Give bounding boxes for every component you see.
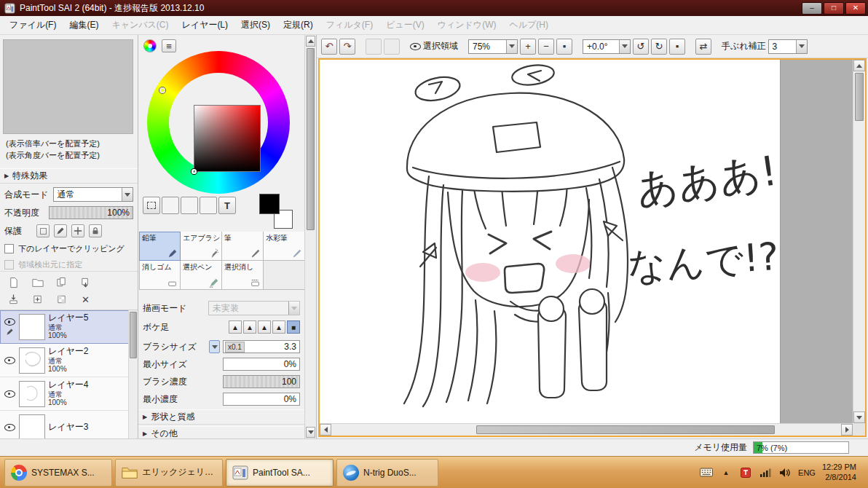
layer-list-scrollbar[interactable] (128, 310, 138, 438)
tool-pencil[interactable]: 鉛筆 (139, 232, 181, 261)
canvas-vertical-scrollbar[interactable] (853, 60, 865, 423)
min-size-slider[interactable]: 0% (223, 358, 300, 371)
scroll-left-button[interactable] (320, 424, 331, 436)
hidden-icons-chevron[interactable]: ▲ (719, 466, 733, 479)
tool-slot-empty-3[interactable] (200, 197, 217, 214)
minimize-button[interactable]: – (802, 2, 822, 15)
menu-file[interactable]: ファイル(F) (3, 16, 63, 34)
zoom-out-button[interactable]: − (538, 39, 554, 55)
menu-ruler[interactable]: 定規(R) (277, 16, 320, 34)
edge-shape-1[interactable]: ▲ (229, 320, 242, 334)
rotation-select[interactable]: +0.0° (583, 39, 631, 54)
tool-selection-pen[interactable]: 選択ペン (181, 261, 222, 290)
tool-airbrush[interactable]: エアブラシ (181, 232, 222, 261)
network-signal-icon[interactable] (759, 466, 772, 479)
scroll-right-button[interactable] (841, 424, 853, 436)
clear-layer-button[interactable] (52, 291, 71, 307)
merge-down-button[interactable] (4, 291, 23, 307)
redo-button[interactable]: ↷ (339, 39, 355, 55)
panel-menu-button[interactable]: ≡ (162, 39, 176, 52)
saturation-value-square[interactable] (194, 105, 261, 172)
rotate-reset-button[interactable]: ▪ (669, 39, 685, 55)
blend-mode-select[interactable]: 通常 (53, 187, 133, 202)
selection-visibility-icon[interactable] (410, 42, 421, 51)
language-indicator[interactable]: ENG (798, 468, 816, 477)
section-shape-texture[interactable]: ▶ 形状と質感 (138, 409, 304, 425)
edge-shape-2[interactable]: ▲ (243, 320, 256, 334)
scrollbar-thumb[interactable] (855, 73, 864, 121)
marquee-tool-button[interactable] (143, 197, 160, 214)
scroll-up-button[interactable] (853, 60, 865, 71)
brush-density-slider[interactable]: 100 (223, 375, 300, 388)
stabilizer-select[interactable]: 3 (768, 39, 808, 54)
rotate-cw-button[interactable]: ↻ (651, 39, 667, 55)
layer-item-4[interactable]: レイヤー4 通常 100% (0, 377, 138, 411)
delete-layer-button[interactable]: ✕ (76, 291, 95, 307)
tool-slot-empty-2[interactable] (181, 197, 198, 214)
close-button[interactable]: ✕ (845, 2, 866, 15)
scroll-down-button[interactable] (306, 427, 315, 438)
layer-item-5[interactable]: レイヤー5 通常 100% (0, 310, 138, 344)
flip-horizontal-button[interactable]: ⇄ (695, 39, 711, 55)
new-folder-button[interactable] (28, 275, 47, 291)
menu-layer[interactable]: レイヤー(L) (175, 16, 235, 34)
tool-slot-empty-1[interactable] (162, 197, 179, 214)
scrollbar-thumb[interactable] (476, 425, 775, 434)
edge-shape-3[interactable]: ▲ (258, 320, 271, 334)
opacity-slider[interactable]: 100% (49, 206, 133, 219)
scrollbar-thumb[interactable] (130, 312, 137, 358)
tool-eraser[interactable]: 消しゴム (139, 261, 181, 290)
protect-lock-button[interactable] (89, 224, 102, 237)
tray-app-icon[interactable] (739, 466, 752, 479)
layer-item-2[interactable]: レイヤー2 通常 100% (0, 344, 138, 377)
taskbar-item-folder[interactable]: エリックジェリクト (115, 459, 223, 487)
layer-visibility-icon[interactable] (4, 356, 15, 365)
undo-button[interactable]: ↶ (321, 39, 337, 55)
tool-watercolor[interactable]: 水彩筆 (264, 232, 305, 261)
foreground-color-swatch[interactable] (259, 194, 280, 214)
tool-slot-empty[interactable] (264, 261, 305, 290)
layer-visibility-icon[interactable] (4, 423, 15, 432)
scrollbar-thumb[interactable] (307, 48, 315, 230)
taskbar-item-ntrig[interactable]: N-trig DuoS... (336, 459, 438, 487)
touch-keyboard-icon[interactable] (700, 466, 713, 479)
edge-shape-4[interactable]: ▲ (272, 320, 285, 334)
section-special-effects[interactable]: ▶ 特殊効果 (0, 168, 138, 184)
layer-visibility-icon[interactable] (4, 390, 15, 398)
tool-selection-eraser[interactable]: 選択消し (222, 261, 264, 290)
layer-item-3[interactable]: レイヤー3 (0, 411, 138, 438)
clipping-checkbox[interactable] (4, 244, 14, 253)
taskbar-item-painttool-sai[interactable]: PaintTool SA... (226, 459, 334, 487)
tool-panel-scrollbar[interactable] (304, 35, 316, 438)
canvas-paper[interactable]: あああ! なんで!? (320, 60, 781, 425)
scroll-down-button[interactable] (853, 412, 865, 423)
taskbar-clock[interactable]: 12:29 PM 2/8/2014 (822, 463, 861, 483)
tool-brush[interactable]: 筆 (222, 232, 264, 261)
brush-size-unit-button[interactable] (209, 340, 220, 353)
protect-position-button[interactable] (71, 224, 84, 237)
layer-visibility-icon[interactable] (4, 318, 15, 326)
duplicate-layer-button[interactable] (52, 275, 71, 291)
protect-opacity-button[interactable] (54, 224, 67, 237)
menu-select[interactable]: 選択(S) (234, 16, 277, 34)
transfer-layer-button[interactable] (76, 275, 95, 291)
sv-marker[interactable] (192, 169, 197, 174)
new-layer-button[interactable] (4, 275, 23, 291)
canvas-horizontal-scrollbar[interactable] (320, 423, 853, 436)
hue-marker[interactable] (159, 87, 165, 93)
zoom-in-button[interactable]: + (520, 39, 536, 55)
taskbar-item-chrome[interactable]: SYSTEMAX S... (4, 459, 112, 487)
restore-button[interactable]: □ (824, 2, 844, 15)
navigator-preview[interactable] (3, 39, 133, 134)
scroll-up-button[interactable] (306, 36, 315, 47)
text-tool-button[interactable]: T (218, 197, 236, 214)
menu-edit[interactable]: 編集(E) (63, 16, 105, 34)
volume-icon[interactable] (778, 466, 792, 479)
zoom-select[interactable]: 75% (468, 39, 518, 54)
combine-layer-button[interactable] (28, 291, 47, 307)
rotate-ccw-button[interactable]: ↺ (633, 39, 649, 55)
zoom-reset-button[interactable]: ▪ (556, 39, 572, 55)
edge-shape-5[interactable]: ■ (287, 320, 300, 334)
protect-none-button[interactable] (36, 224, 50, 237)
color-wheel-tab-icon[interactable] (143, 39, 157, 52)
